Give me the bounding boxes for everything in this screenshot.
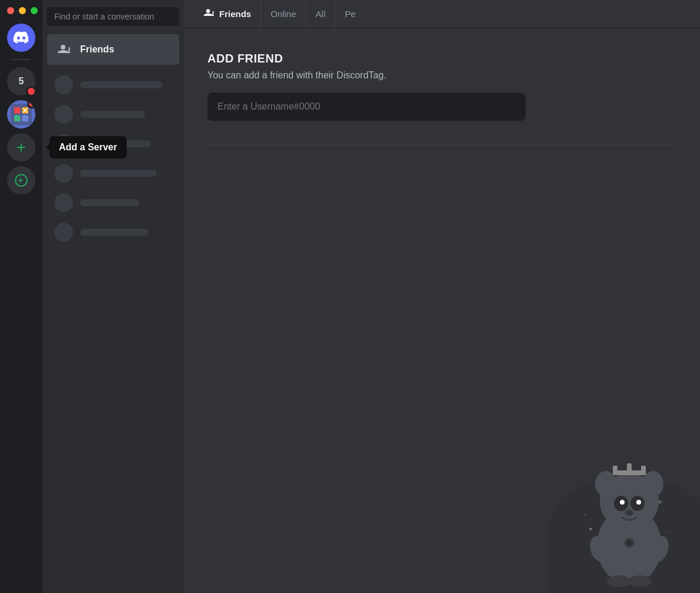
avatar-skeleton (54, 75, 73, 94)
friends-nav-item[interactable]: Friends (47, 34, 179, 65)
svg-point-19 (625, 510, 633, 516)
name-skeleton (80, 170, 157, 177)
svg-point-24 (607, 575, 630, 587)
notification-badge (26, 86, 37, 97)
server-badge-number: 5 (19, 76, 24, 87)
wumpus-svg: + ✦ · + (570, 440, 688, 593)
friends-tab-label: Friends (219, 9, 251, 19)
svg-rect-3 (14, 116, 21, 122)
name-skeleton (80, 81, 163, 88)
svg-text:+: + (658, 497, 662, 506)
tab-pending[interactable]: Pe (335, 0, 365, 28)
avatar-skeleton (54, 193, 73, 212)
add-friend-input-wrap[interactable] (207, 93, 526, 121)
minimize-button[interactable] (19, 7, 26, 14)
add-friend-area: ADD FRIEND You can add a friend with the… (184, 28, 700, 593)
svg-point-9 (595, 471, 616, 497)
avatar-skeleton (54, 223, 73, 242)
search-placeholder: Find or start a conversation (54, 12, 154, 21)
svg-point-25 (628, 575, 652, 587)
dm-sidebar: Find or start a conversation Friends (42, 0, 184, 593)
online-tab-label: Online (270, 9, 296, 19)
friends-icon-wrap (54, 40, 73, 59)
server-badge-5[interactable]: 5 (7, 67, 35, 95)
svg-point-18 (636, 500, 641, 505)
svg-rect-13 (627, 463, 632, 475)
list-item[interactable] (47, 159, 179, 187)
search-bar[interactable]: Find or start a conversation (47, 7, 179, 26)
list-item[interactable] (47, 218, 179, 246)
explore-servers-button[interactable] (7, 166, 35, 195)
name-skeleton (80, 229, 148, 236)
svg-rect-1 (14, 107, 21, 114)
add-server-button[interactable]: + (7, 133, 35, 162)
wumpus-illustration: + ✦ · + (547, 428, 700, 593)
add-friend-description: You can add a friend with their DiscordT… (207, 70, 676, 81)
list-item[interactable] (47, 100, 179, 129)
discord-home-button[interactable] (7, 24, 35, 52)
svg-text:·: · (666, 528, 668, 536)
tab-online[interactable]: Online (261, 0, 306, 28)
top-nav: Friends Online All Pe (184, 0, 700, 28)
svg-point-10 (642, 471, 663, 497)
svg-text:+: + (583, 512, 586, 518)
avatar-skeleton (54, 164, 73, 183)
pending-tab-label: Pe (345, 9, 355, 19)
name-skeleton (80, 140, 151, 147)
tab-friends[interactable]: Friends (193, 0, 261, 28)
traffic-lights (0, 7, 38, 14)
name-skeleton (80, 199, 139, 206)
all-tab-label: All (316, 9, 326, 19)
dm-list (42, 66, 184, 251)
friends-label: Friends (80, 44, 114, 55)
username-input[interactable] (217, 101, 516, 112)
avatar-skeleton (54, 105, 73, 124)
svg-rect-14 (641, 466, 646, 475)
name-skeleton (80, 111, 145, 118)
list-item[interactable] (47, 189, 179, 217)
add-server-container: + Add a Server (7, 133, 35, 162)
maximize-button[interactable] (31, 7, 38, 14)
svg-text:✦: ✦ (588, 526, 593, 532)
avatar-skeleton (54, 134, 73, 153)
server-sidebar: 5 + Add a Server (0, 0, 42, 593)
content-divider (207, 144, 676, 145)
server-divider-1 (12, 59, 31, 60)
friends-nav-icon (203, 8, 214, 20)
list-item[interactable] (47, 130, 179, 158)
main-content: Friends Online All Pe ADD FRIEND You can… (184, 0, 700, 593)
add-friend-title: ADD FRIEND (207, 52, 676, 65)
server-notification (27, 100, 35, 108)
plus-icon: + (16, 138, 26, 157)
list-item[interactable] (47, 71, 179, 99)
svg-rect-12 (613, 466, 618, 475)
svg-point-21 (627, 541, 632, 545)
svg-point-17 (620, 500, 625, 505)
close-button[interactable] (7, 7, 14, 14)
svg-rect-4 (22, 116, 29, 122)
tab-all[interactable]: All (306, 0, 336, 28)
custom-server-icon[interactable] (7, 100, 35, 129)
